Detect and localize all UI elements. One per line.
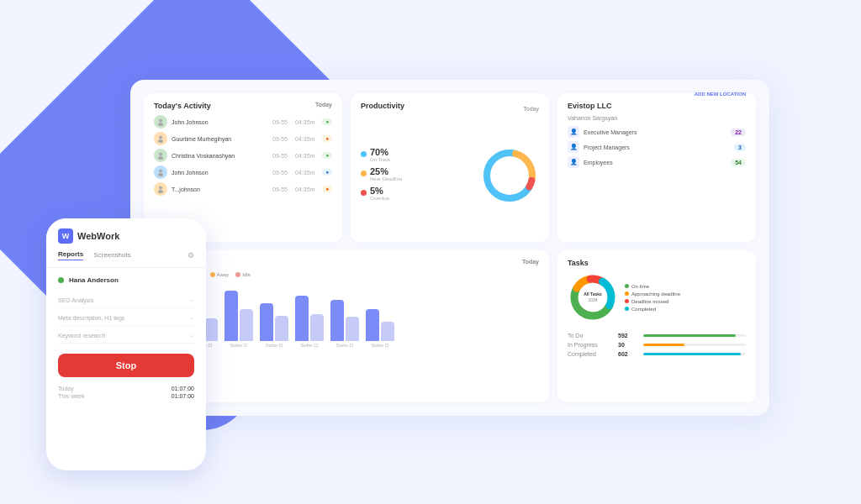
bar-group: Soho O bbox=[366, 278, 394, 348]
bar-blue bbox=[260, 303, 273, 341]
bar-label: Soho Cl bbox=[300, 343, 318, 348]
productivity-stat-row: 25% Near Deadline bbox=[361, 166, 473, 181]
tab-screenshots[interactable]: Screenshots bbox=[93, 251, 130, 260]
bar-group: Soho G bbox=[224, 278, 253, 348]
company-stat-row: 👤 Project Managers 3 bbox=[568, 141, 746, 153]
activity-row: John Johnson 09-55 04:35m ● bbox=[154, 165, 332, 179]
productivity-stat-row: 70% On Track bbox=[361, 147, 473, 162]
bar-blue bbox=[295, 296, 309, 341]
mobile-field[interactable]: Keyword research ⌄ bbox=[58, 328, 194, 344]
productivity-donut bbox=[480, 146, 539, 205]
bar-blue bbox=[224, 291, 238, 341]
company-stat-row: 👤 Executive Managers 22 bbox=[568, 126, 746, 138]
prod-label: Overdue bbox=[370, 196, 389, 201]
task-bar-fill bbox=[643, 334, 736, 337]
tasks-legend-item: Deadline missed bbox=[625, 299, 746, 304]
company-section: Evistop LLC ADD NEW LOCATION Vahanon Sar… bbox=[557, 93, 756, 242]
prod-percent: 70% bbox=[370, 147, 390, 157]
task-stat-label: In Progress bbox=[568, 342, 614, 348]
bar-chart-badge: Today bbox=[522, 259, 539, 265]
activity-row: T...johnson 09-55 04:35m ● bbox=[154, 182, 332, 196]
bar-light bbox=[310, 314, 324, 341]
bar-light bbox=[275, 316, 288, 341]
prod-label: Near Deadline bbox=[370, 176, 402, 181]
productivity-section: Productivity Today 70% On Track 25% Near… bbox=[351, 93, 549, 242]
productivity-stat-row: 5% Overdue bbox=[361, 186, 473, 201]
avatar bbox=[154, 165, 167, 179]
company-person: Vahanon Sargsyan bbox=[568, 115, 746, 121]
task-stat-num: 602 bbox=[618, 351, 639, 357]
activity-name: John Johnson bbox=[172, 119, 268, 125]
gear-icon[interactable]: ⚙ bbox=[188, 251, 194, 260]
svg-point-7 bbox=[158, 173, 163, 176]
legend-dot bbox=[210, 272, 215, 277]
svg-point-1 bbox=[158, 123, 163, 126]
avatar bbox=[154, 132, 167, 145]
company-stat-num: 54 bbox=[731, 159, 746, 166]
prod-percent: 25% bbox=[370, 166, 402, 176]
chevron-down-icon: ⌄ bbox=[189, 332, 194, 339]
bar-label: Soho O bbox=[266, 343, 283, 348]
avatar bbox=[154, 115, 167, 129]
activity-title: Today's Activity bbox=[154, 102, 211, 110]
bar-light bbox=[346, 317, 359, 341]
tab-reports[interactable]: Reports bbox=[58, 250, 83, 260]
tasks-legend-item: Completed bbox=[625, 307, 746, 312]
task-stat-row: To Do 592 bbox=[568, 333, 746, 339]
company-stat-icon: 👤 bbox=[568, 156, 579, 168]
avatar bbox=[154, 149, 167, 162]
activity-row: Guurtime Murhegihyan 09-55 04:35m ● bbox=[154, 132, 332, 145]
mobile-header: W WebWork Reports Screenshots ⚙ bbox=[46, 218, 206, 268]
prod-dot bbox=[361, 171, 367, 176]
task-bar-fill bbox=[643, 353, 741, 355]
svg-text:1034: 1034 bbox=[588, 297, 597, 302]
activity-time: 09-55 bbox=[272, 170, 288, 176]
mobile-app-card: W WebWork Reports Screenshots ⚙ Hana And… bbox=[46, 218, 206, 470]
activity-time: 09-55 bbox=[272, 136, 288, 142]
bar-group: Soho O bbox=[330, 278, 359, 348]
mobile-time-row: This week 01:07:00 bbox=[58, 393, 194, 399]
task-stat-row: In Progress 30 bbox=[568, 342, 746, 348]
svg-point-0 bbox=[159, 119, 162, 123]
mobile-field[interactable]: Meta description, H1 tags ⌄ bbox=[58, 310, 194, 326]
tasks-donut: All Tasks 1034 bbox=[568, 272, 618, 326]
task-bar-fill bbox=[643, 344, 684, 346]
activity-time: 09-55 bbox=[272, 186, 288, 192]
activity-name: John Johnson bbox=[172, 170, 268, 176]
prod-percent: 5% bbox=[370, 186, 389, 196]
legend-dot bbox=[625, 284, 629, 288]
tasks-legend-item: Approaching deadline bbox=[625, 291, 746, 297]
legend-dot bbox=[625, 299, 629, 303]
company-stat-label: Executive Managers bbox=[584, 129, 726, 135]
legend-dot bbox=[625, 291, 629, 296]
stop-button[interactable]: Stop bbox=[58, 354, 194, 377]
task-bar-track bbox=[643, 353, 746, 355]
legend-label: Approaching deadline bbox=[631, 291, 680, 297]
tasks-legend-item: On time bbox=[625, 284, 746, 289]
bar-blue bbox=[366, 309, 379, 341]
company-stat-row: 👤 Employees 54 bbox=[568, 156, 746, 168]
mobile-time-value: 01:07:00 bbox=[172, 393, 194, 399]
activity-status: ● bbox=[322, 135, 332, 142]
company-title: Evistop LLC bbox=[568, 102, 612, 110]
mobile-time-row: Today 01:07:00 bbox=[58, 386, 194, 391]
bar-group: Soho O bbox=[260, 278, 288, 348]
desktop-dashboard: Today's Activity Today John Johnson 09-5… bbox=[130, 80, 769, 416]
task-stat-row: Completed 602 bbox=[568, 351, 746, 357]
task-stat-label: Completed bbox=[568, 351, 614, 357]
webwork-logo-icon: W bbox=[58, 228, 73, 244]
mobile-user-name: Hana Anderson bbox=[69, 276, 119, 284]
legend-dot bbox=[625, 307, 629, 311]
legend-label: Completed bbox=[631, 307, 656, 312]
mobile-tabs: Reports Screenshots ⚙ bbox=[58, 250, 194, 260]
task-bar-track bbox=[643, 344, 746, 346]
mobile-field[interactable]: SEO Analysis ⌄ bbox=[58, 292, 194, 308]
legend-dot bbox=[235, 272, 240, 277]
mobile-field-label: Keyword research bbox=[58, 333, 105, 339]
add-location-label[interactable]: ADD NEW LOCATION bbox=[695, 92, 746, 97]
prod-label: On Track bbox=[370, 157, 390, 162]
chevron-down-icon: ⌄ bbox=[189, 297, 194, 303]
activity-status: ● bbox=[322, 169, 332, 176]
mobile-time-value: 01:07:00 bbox=[172, 386, 194, 391]
chevron-down-icon: ⌄ bbox=[189, 314, 194, 321]
